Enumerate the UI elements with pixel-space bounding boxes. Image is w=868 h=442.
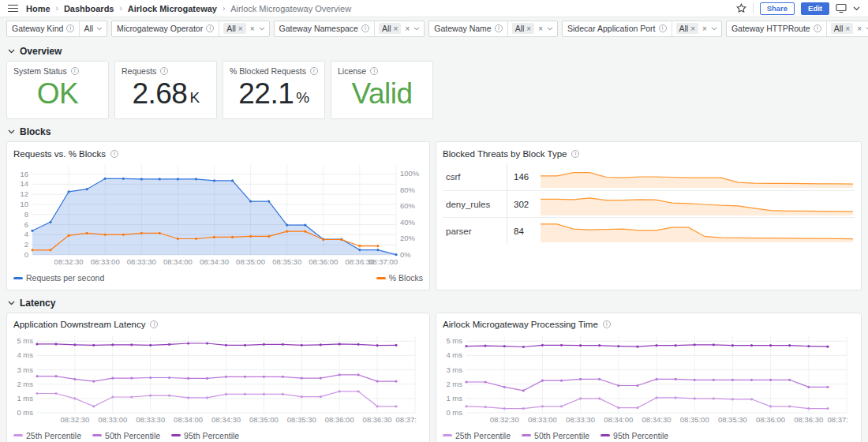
chevron-down-icon[interactable] xyxy=(711,27,717,31)
data-point xyxy=(694,379,696,381)
filter-chip[interactable]: All× xyxy=(512,23,535,34)
tv-kiosk-icon[interactable] xyxy=(836,3,847,13)
info-icon[interactable]: i xyxy=(659,24,667,32)
chevron-down-icon[interactable] xyxy=(259,27,265,31)
data-point xyxy=(92,380,95,383)
remove-chip-icon[interactable]: × xyxy=(690,24,695,33)
data-point xyxy=(86,232,88,234)
edit-button[interactable]: Edit xyxy=(801,2,829,15)
info-icon[interactable]: i xyxy=(310,67,318,75)
info-icon[interactable]: i xyxy=(495,24,503,32)
remove-chip-icon[interactable]: × xyxy=(526,24,531,33)
filter-label[interactable]: Gateway HTTPRoutei xyxy=(727,21,827,36)
data-point xyxy=(636,346,638,348)
info-icon[interactable]: i xyxy=(160,67,168,75)
downstream-latency-chart[interactable]: 08:32:3008:33:0008:33:3008:34:0008:34:30… xyxy=(13,331,423,429)
legend-item-25th-percentile[interactable]: 25th Percentile xyxy=(443,431,511,440)
info-icon[interactable]: i xyxy=(150,320,158,328)
remove-chip-icon[interactable]: × xyxy=(238,24,243,33)
info-icon[interactable]: i xyxy=(71,67,79,75)
filter-chip[interactable]: All× xyxy=(223,23,246,34)
remove-chip-icon[interactable]: × xyxy=(845,24,850,33)
legend-item-95th-percentile[interactable]: 95th Percentile xyxy=(600,431,668,440)
data-point xyxy=(541,344,544,346)
data-point xyxy=(655,344,657,346)
x-axis-label: 08:37: xyxy=(396,415,417,424)
panel-title-text[interactable]: Application Downstream Latency xyxy=(13,320,145,329)
info-icon[interactable]: i xyxy=(66,24,74,32)
filter-selected-value[interactable]: All xyxy=(84,24,93,33)
chevron-down-icon[interactable] xyxy=(547,27,553,31)
panel-title-text[interactable]: Airlock Microgateway Processing Time xyxy=(443,320,598,329)
info-icon[interactable]: i xyxy=(814,24,821,32)
breadcrumb-item[interactable]: Home xyxy=(26,4,51,13)
clear-filter-icon[interactable]: × xyxy=(250,24,255,33)
legend-item-95th-percentile[interactable]: 95th Percentile xyxy=(171,431,239,440)
section-latency[interactable]: Latency xyxy=(8,298,862,309)
filter-label[interactable]: Gateway Namei xyxy=(429,21,507,36)
info-icon[interactable]: i xyxy=(110,150,118,158)
clear-filter-icon[interactable]: × xyxy=(405,24,410,33)
clear-filter-icon[interactable]: × xyxy=(538,24,543,33)
filter-label[interactable]: Sidecar Application Porti xyxy=(563,21,672,36)
section-blocks[interactable]: Blocks xyxy=(8,126,862,137)
data-point xyxy=(225,393,227,395)
info-icon[interactable]: i xyxy=(361,24,369,32)
series-line-50th-percentile[interactable] xyxy=(37,375,396,381)
data-point xyxy=(322,238,324,241)
series-line-50th-percentile[interactable] xyxy=(466,379,828,391)
chevron-down-icon[interactable] xyxy=(413,27,420,31)
filter-label[interactable]: Gateway Namespacei xyxy=(275,21,375,36)
info-icon[interactable]: i xyxy=(603,320,611,328)
filter-chip[interactable]: All× xyxy=(379,23,402,34)
breadcrumb-item[interactable]: Dashboards xyxy=(64,4,114,13)
info-icon[interactable]: i xyxy=(206,24,214,32)
data-point xyxy=(111,343,114,346)
chevron-down-icon[interactable] xyxy=(853,6,860,11)
legend-item-50th-percentile[interactable]: 50th Percentile xyxy=(522,431,589,440)
breadcrumb-item[interactable]: Airlock Microgateway xyxy=(128,4,217,13)
legend-item-50th-percentile[interactable]: 50th Percentile xyxy=(92,431,160,440)
star-icon[interactable] xyxy=(736,3,746,13)
clear-filter-icon[interactable]: × xyxy=(702,24,707,33)
remove-chip-icon[interactable]: × xyxy=(394,24,398,33)
breadcrumb-item[interactable]: Airlock Microgateway Overview xyxy=(230,4,351,13)
legend-swatch xyxy=(92,434,102,436)
panel-title-text[interactable]: Blocked Threats by Block Type xyxy=(443,149,567,159)
processing-time-chart[interactable]: 08:32:3008:33:0008:33:3008:34:0008:34:30… xyxy=(443,331,855,429)
legend-item-blocks[interactable]: % Blocks xyxy=(376,273,423,283)
series-line-95th-percentile[interactable] xyxy=(37,343,396,346)
data-point xyxy=(788,344,791,346)
clear-filter-icon[interactable]: × xyxy=(857,24,862,33)
panel-title-text[interactable]: Requests vs. % Blocks xyxy=(13,149,106,159)
filter-chip[interactable]: All× xyxy=(831,23,854,34)
chevron-down-icon[interactable] xyxy=(96,27,103,31)
requests-vs-blocks-chart[interactable]: 08:32:3008:33:0008:33:3008:34:0008:34:30… xyxy=(13,160,423,271)
y-axis-label: 8 xyxy=(24,210,28,219)
y-axis-label: 3 ms xyxy=(17,365,33,374)
data-point xyxy=(358,245,361,247)
legend-swatch xyxy=(171,434,181,436)
section-overview[interactable]: Overview xyxy=(8,46,862,57)
data-point xyxy=(340,238,342,241)
y-axis-label: 4 ms xyxy=(17,350,33,359)
threat-label: csrf xyxy=(443,163,507,190)
data-point xyxy=(206,396,208,399)
menu-icon[interactable] xyxy=(8,5,18,13)
data-point xyxy=(320,395,322,398)
series-line-95th-percentile[interactable] xyxy=(466,345,828,347)
filter-value: All×× xyxy=(375,23,424,34)
series-line-25th-percentile[interactable] xyxy=(466,398,828,409)
y2-axis-label: 60% xyxy=(400,201,416,210)
share-button[interactable]: Share xyxy=(760,2,795,15)
breadcrumb: Home›Dashboards›Airlock Microgateway›Air… xyxy=(26,4,351,13)
data-point xyxy=(111,395,114,398)
filter-label[interactable]: Microgateway Operatori xyxy=(112,21,219,36)
x-axis-label: 08:34:30 xyxy=(211,415,241,424)
legend-item-requests-per-second[interactable]: Requests per second xyxy=(13,273,104,283)
info-icon[interactable]: i xyxy=(370,67,378,75)
info-icon[interactable]: i xyxy=(571,150,579,158)
legend-item-25th-percentile[interactable]: 25th Percentile xyxy=(13,431,81,440)
filter-chip[interactable]: All× xyxy=(676,23,699,34)
filter-label[interactable]: Gateway Kindi xyxy=(7,21,80,36)
